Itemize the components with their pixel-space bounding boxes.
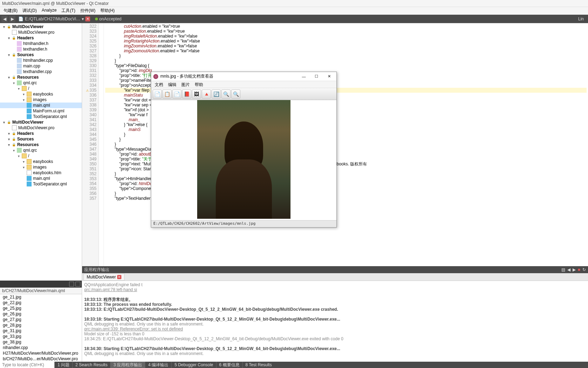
tree-item[interactable]: MultiDocViewer.pro [0, 125, 82, 131]
tree-item[interactable]: main.qml [0, 176, 82, 181]
fold-column[interactable] [99, 23, 104, 266]
minimize-icon[interactable]: — [299, 73, 309, 80]
menu-widgets[interactable]: 控件(W) [78, 7, 98, 14]
prev-icon[interactable]: ◀ [567, 267, 570, 272]
status-debugger[interactable]: 5 Debugger Console [171, 362, 216, 368]
open-doc-item[interactable]: ge_25.jpg [0, 305, 82, 311]
book-icon[interactable]: 📕 [182, 90, 191, 99]
open-doc-item[interactable]: ge_33.jpg [0, 334, 82, 339]
open-doc-item[interactable]: ge_26.jpg [0, 311, 82, 317]
status-issues[interactable]: 1 问题 [54, 362, 72, 368]
output-pane[interactable]: QQmlApplicationEngine failed tqrc:/main.… [82, 281, 588, 362]
open-doc-item[interactable]: ge_38.jpg [0, 339, 82, 345]
viewer-menu-image[interactable]: 图片 [179, 81, 192, 88]
tree-item[interactable]: ▾🔒Sources [0, 52, 82, 58]
viewer-titlebar[interactable]: mnls.jpg - 多功能文档查看器 — ☐ ✕ [151, 72, 336, 81]
tree-item[interactable]: ▾qml.qrc [0, 147, 82, 153]
tree-item[interactable]: ▾🔒MultiDocViewer [0, 24, 82, 29]
zoom-in-icon[interactable]: 🔍 [221, 90, 230, 99]
file-path-crumb[interactable]: 📄 E:/QTLab/CH27/MultiDocVi… ▾ ✕ [17, 17, 92, 21]
close-icon[interactable]: ✕ [324, 73, 334, 80]
image-viewer-window[interactable]: mnls.jpg - 多功能文档查看器 — ☐ ✕ 文档 编辑 图片 帮助 📄📋… [151, 72, 337, 228]
tree-item[interactable]: ▾🔒Resources [0, 74, 82, 80]
next-icon[interactable]: ▶ [573, 267, 576, 272]
h-icon [17, 47, 22, 52]
tree-item[interactable]: ▾/ [0, 86, 82, 91]
nav-back-icon[interactable]: ◀ [1, 16, 8, 22]
new-doc-icon[interactable]: 📄 [153, 90, 162, 99]
output-header: 应用程序输出 ▤ ◀ ▶ ■ ↻ [82, 266, 588, 273]
open-docs-list[interactable]: ge_21.jpgge_22.jpgge_25.jpgge_26.jpgge_2… [0, 294, 82, 362]
stop-icon[interactable]: ■ [578, 267, 580, 272]
project-tree[interactable]: ▾🔒MultiDocViewerMultiDocViewer.pro▾🔒Head… [0, 23, 82, 281]
status-summary[interactable]: 6 概要信息 [216, 362, 242, 368]
tree-item[interactable]: ToolSeparator.qml [0, 181, 82, 187]
open-doc-item[interactable]: b/CH27/MultiDo…er/MultiDocViewer.pro [0, 356, 82, 362]
tree-item[interactable]: ▾🔒Sources [0, 136, 82, 142]
tree-item[interactable]: ▾🔒MultiDocViewer [0, 119, 82, 125]
tree-item[interactable]: htmlhandler.cpp [0, 58, 82, 63]
viewer-menu-edit[interactable]: 编辑 [166, 81, 179, 88]
status-compile[interactable]: 4 编译输出 [145, 362, 171, 368]
viewer-menu-help[interactable]: 帮助 [193, 81, 205, 88]
close-file-icon[interactable]: ✕ [85, 17, 90, 21]
paste-icon[interactable]: 📄 [172, 90, 181, 99]
open-doc-item[interactable]: ge_28.jpg [0, 322, 82, 328]
close-pane-icon[interactable] [75, 282, 80, 287]
viewer-app-icon [153, 74, 158, 79]
qml-icon [27, 109, 32, 113]
rotate-right-icon[interactable]: 🔄 [212, 90, 221, 99]
viewer-menu-doc[interactable]: 文档 [153, 81, 165, 88]
rerun-icon[interactable]: ↻ [582, 267, 586, 272]
menu-build[interactable]: 句建(B) [1, 7, 20, 14]
status-search[interactable]: 2 Search Results [72, 362, 110, 368]
open-doc-item[interactable]: nlhandler.cpp [0, 345, 82, 350]
tree-item[interactable]: ▾/ [0, 153, 82, 159]
maximize-icon[interactable]: ☐ [311, 73, 322, 80]
open-doc-item[interactable]: H27/MultiDocViewer/MultiDocViewer.pro [0, 350, 82, 356]
open-doc-item[interactable]: ge_31.jpg [0, 328, 82, 334]
symbol-crumb[interactable]: onAccepted [93, 17, 123, 21]
tree-item[interactable]: ▾easybooks [0, 159, 82, 164]
status-tests[interactable]: 8 Test Results [242, 362, 275, 368]
tree-item[interactable]: ToolSeparator.qml [0, 114, 82, 119]
tree-item[interactable]: texthandler.cpp [0, 69, 82, 74]
menu-help[interactable]: 帮助(H) [98, 7, 117, 14]
tree-item[interactable]: texthandler.h [0, 46, 82, 52]
tree-item[interactable]: ▾easybooks [0, 91, 82, 97]
menu-debug[interactable]: 调试(D) [20, 7, 39, 14]
locator-input[interactable] [0, 362, 54, 368]
viewer-canvas[interactable] [151, 100, 336, 220]
menu-tools[interactable]: 工具(T) [59, 7, 77, 14]
fold-icon [27, 97, 32, 102]
open-doc-current[interactable]: b/CH27/MultiDocViewer/main.qml [0, 288, 82, 294]
split-icon[interactable] [69, 282, 74, 287]
window-title: MultiDocViewer/main.qml @ MultiDocViewer… [0, 0, 588, 7]
filter-icon[interactable]: ▤ [561, 267, 565, 272]
tree-item[interactable]: ▾🔒Headers [0, 131, 82, 136]
copy-icon[interactable]: 📋 [162, 90, 172, 99]
open-doc-item[interactable]: ge_22.jpg [0, 300, 82, 305]
open-doc-item[interactable]: ge_21.jpg [0, 294, 82, 300]
open-doc-item[interactable]: ge_27.jpg [0, 317, 82, 322]
tree-item[interactable]: main.qml [0, 103, 82, 108]
dropdown-icon[interactable]: ▾ [82, 17, 84, 21]
zoom-out-icon[interactable]: 🔍 [231, 90, 240, 99]
rotate-left-icon[interactable]: 🔺 [202, 90, 211, 99]
status-appout[interactable]: 3 应用程序输出 [110, 362, 145, 368]
tree-item[interactable]: ▾images [0, 97, 82, 103]
menu-analyze[interactable]: Analyze [40, 7, 59, 14]
tree-item[interactable]: MainForm.ui.qml [0, 108, 82, 114]
close-tab-icon[interactable]: ✕ [117, 275, 121, 279]
tree-item[interactable]: ▾🔒Headers [0, 35, 82, 41]
tree-item[interactable]: ▾images [0, 164, 82, 170]
tree-item[interactable]: main.cpp [0, 63, 82, 69]
tree-item[interactable]: ▾🔒Resources [0, 142, 82, 147]
tree-item[interactable]: ▾qml.qrc [0, 80, 82, 86]
tree-item[interactable]: easybooks.htm [0, 170, 82, 176]
output-tab[interactable]: MultiDocViewer ✕ [83, 274, 125, 281]
tree-item[interactable]: MultiDocViewer.pro [0, 29, 82, 35]
tree-item[interactable]: htmlhandler.h [0, 41, 82, 46]
nav-fwd-icon[interactable]: ▶ [9, 16, 15, 22]
image-icon[interactable]: 🖼 [192, 90, 201, 99]
